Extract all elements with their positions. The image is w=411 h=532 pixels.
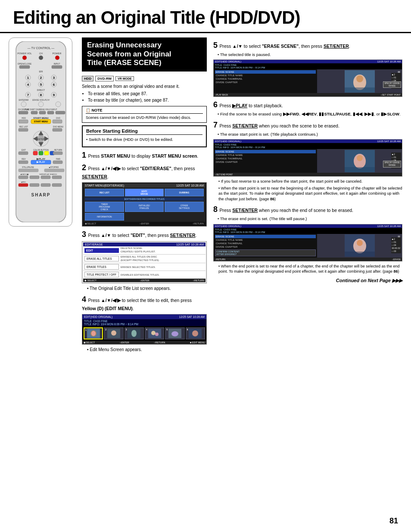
screen-title-text-1: START MENU(EDIT/ERASE): [85, 184, 124, 187]
svg-rect-41: [39, 111, 46, 114]
svg-text:2: 2: [40, 76, 42, 80]
svg-text:HDD: HDD: [22, 117, 26, 119]
menu-erase-scene-3: ERASE SCENE: [215, 235, 316, 238]
page-number: 81: [389, 516, 398, 526]
menu-erase-scene-2: ERASE SCENE: [215, 150, 316, 153]
step-8: 8 Press SET/ENTER when you reach the end…: [213, 205, 402, 214]
page-title: Editing an Original Title (HDD/DVD): [13, 8, 398, 28]
step-5: 5 Press ▲/▼ to select "ERASE SCENE", the…: [213, 41, 402, 50]
orig-title-thumbs: 1 2 3 4 5: [82, 326, 206, 341]
svg-text:3: 3: [53, 76, 55, 80]
left-column: — TV CONTROL — POWER VOL CH POWER OPEN/C…: [9, 37, 75, 354]
svg-point-5: [22, 56, 27, 60]
svg-point-97: [91, 331, 96, 336]
svg-rect-68: [44, 151, 49, 155]
section-title-box: Erasing Unnecessary Scenes from an Origi…: [82, 37, 207, 72]
screen-footer-1: ◆SELECT○ENTER○RETURN: [84, 222, 205, 225]
svg-text:START MENU: START MENU: [34, 120, 48, 123]
note-title: 📋 NOTE: [86, 108, 203, 114]
svg-point-34: [21, 102, 26, 107]
svg-point-6: [39, 56, 43, 60]
svg-text:OPEN/CLOSE: OPEN/CLOSE: [18, 62, 32, 65]
erase-scene-screen-3: EDIT(HDD ORIGINAL) 12/25 SAT 10:28 AM TI…: [213, 224, 402, 261]
section-title: Erasing Unnecessary Scenes from an Origi…: [87, 41, 202, 67]
svg-rect-70: [53, 152, 62, 155]
before-starting-text: • Switch to the drive (HDD or DVD) to be…: [86, 137, 202, 143]
menu-cell-settings: OTHERSETTINGS: [165, 202, 204, 212]
svg-text:DVD MENU: DVD MENU: [53, 126, 63, 128]
svg-point-104: [155, 333, 159, 336]
svg-text:9: 9: [53, 93, 55, 97]
svg-rect-66: [33, 151, 37, 155]
erase-scene-screen-1: EDIT(HDD ORIGINAL) 12/25 SAT 10:28 AM TI…: [213, 59, 402, 97]
menu-change-title-2: CHANGE TITLE NAME: [215, 153, 316, 157]
erase-menu-2: ERASE SCENE CHANGE TITLE NAME CHANGE THU…: [214, 149, 317, 173]
step5-bullet: • The selected title is paused.: [218, 52, 402, 57]
erase-scene-screen-2: EDIT(HDD ORIGINAL) 12/25 SAT 10:28 AM TI…: [213, 139, 402, 177]
svg-point-108: [192, 330, 198, 336]
svg-text:START MENU: START MENU: [33, 117, 49, 119]
menu-cell-initialize: INITIALIZE/FINALIZE: [125, 202, 164, 212]
erase-header-2: EDIT(HDD ORIGINAL) 12/25 SAT 10:28 AM: [214, 140, 402, 143]
svg-rect-54: [53, 128, 62, 131]
step-7: 7 Press SET/ENTER when you reach the sce…: [213, 121, 402, 130]
svg-text:CH: CH: [39, 52, 43, 55]
menu-cell-reclist: REC LIST: [85, 189, 124, 196]
erase-preview-3: ⏸ ■ 2 □ 01 □ 04 00:00:32 □ 00: [317, 234, 402, 258]
svg-text:COLOR BUTTON: COLOR BUTTON: [33, 149, 49, 151]
step4-bullet: Edit Menu Screen appears.: [87, 347, 207, 353]
intro-text: Selects a scene from an original video a…: [82, 83, 207, 103]
erase-scene-body-1: ERASE SCENE CHANGE TITLE NAME CHANGE THU…: [214, 69, 402, 93]
svg-text:EXIT: EXIT: [22, 149, 26, 151]
erase-scene-body-2: ERASE SCENE CHANGE TITLE NAME CHANGE THU…: [214, 149, 402, 173]
original-title-screen: EDIT(HDD ORIGINAL) 12/25 SAT 10:28 AM TI…: [82, 314, 207, 345]
svg-rect-90: [19, 184, 28, 187]
svg-text:RETURN: RETURN: [54, 149, 62, 151]
svg-rect-116: [345, 167, 375, 172]
svg-rect-112: [345, 87, 375, 93]
svg-text:■EADV ▮▮: ■EADV ▮▮: [21, 173, 28, 175]
svg-text:■STOP/NS: ■STOP/NS: [49, 166, 59, 168]
svg-text:4: 4: [27, 83, 29, 87]
note-box: 📋 NOTE Scenes cannot be erased on DVD-R/…: [82, 106, 207, 123]
remote-svg: — TV CONTROL — POWER VOL CH POWER OPEN/C…: [12, 41, 70, 222]
main-content: — TV CONTROL — POWER VOL CH POWER OPEN/C…: [0, 33, 411, 358]
before-starting-box: Before Starting Editing • Switch to the …: [82, 125, 207, 147]
svg-rect-10: [19, 65, 30, 68]
svg-text:ERI: ERI: [39, 70, 43, 73]
svg-text:DVD: DVD: [56, 117, 60, 119]
thumb-4: 4: [145, 327, 164, 339]
right-column: 5 Press ▲/▼ to select "ERASE SCENE", the…: [213, 37, 402, 354]
svg-text:■REC: ■REC: [22, 181, 26, 183]
svg-text:ENTER: ENTER: [37, 138, 45, 140]
erase-footer-3: ○RETURN ○ERASE: [214, 258, 402, 261]
svg-text:1: 1: [27, 76, 29, 80]
svg-rect-86: [30, 176, 39, 179]
erase-footer-1: ○PLAY BACK ○SET START POINT: [214, 93, 402, 96]
thumb-2: 2: [104, 327, 123, 339]
menu-cell-information: INFORMATION: [85, 213, 124, 221]
step8-note1: • When the end point is set to near the …: [218, 264, 402, 274]
menu-divide-chapter-3: DIVIDE CHAPTER: [215, 245, 316, 249]
erase-scene-body-3: ERASE SCENE CHANGE TITLE NAME CHANGE THU…: [214, 234, 402, 258]
svg-text:REC LIST: REC LIST: [19, 126, 28, 128]
erase-header-3: EDIT(HDD ORIGINAL) 12/25 SAT 10:28 AM: [214, 224, 402, 228]
edit-row-erase-all: ERASE ALL TITLES ERASES ALL TITLES ON DI…: [83, 255, 206, 264]
svg-rect-88: [52, 176, 62, 179]
erase-menu-3: ERASE SCENE CHANGE TITLE NAME CHANGE THU…: [214, 234, 317, 258]
svg-point-7: [55, 56, 59, 60]
edit-erase-title: EDIT/ERASE 12/25 SAT 10:28 AM: [83, 243, 206, 246]
svg-point-106: [171, 331, 178, 336]
badge-hdd: HDD: [82, 76, 93, 81]
step3-bullet: The Original Edit Title List screen appe…: [87, 286, 207, 292]
svg-point-115: [357, 155, 363, 161]
step-1: 1 Press START MENU to display START MENU…: [82, 151, 207, 160]
svg-text:▶PLAY: ▶PLAY: [37, 158, 45, 160]
svg-rect-77: [53, 161, 62, 164]
step7-bullet: • The erase start point is set. (Title p…: [218, 131, 402, 137]
page-header: Editing an Original Title (HDD/DVD): [0, 0, 411, 33]
svg-rect-11: [52, 65, 62, 68]
erase-footer-2: ○SET END POINT: [214, 173, 402, 176]
svg-rect-80: [19, 169, 38, 172]
svg-text:5: 5: [40, 83, 42, 87]
